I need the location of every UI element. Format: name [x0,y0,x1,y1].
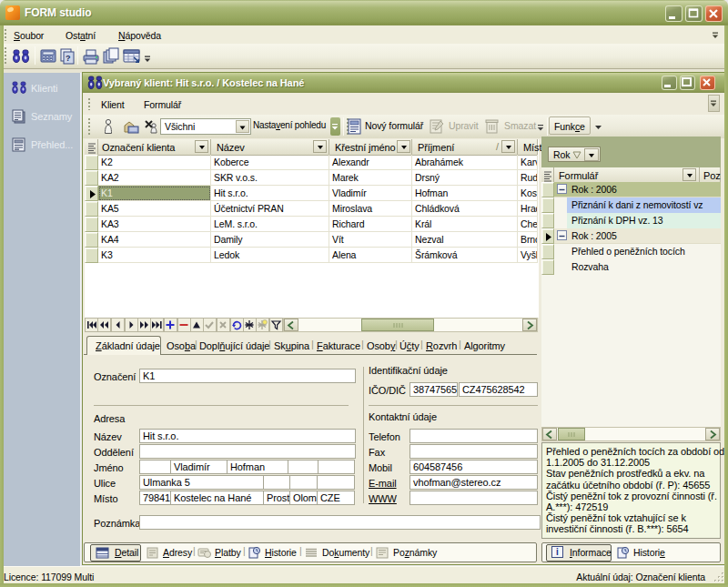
svg-text:?: ? [66,54,70,63]
